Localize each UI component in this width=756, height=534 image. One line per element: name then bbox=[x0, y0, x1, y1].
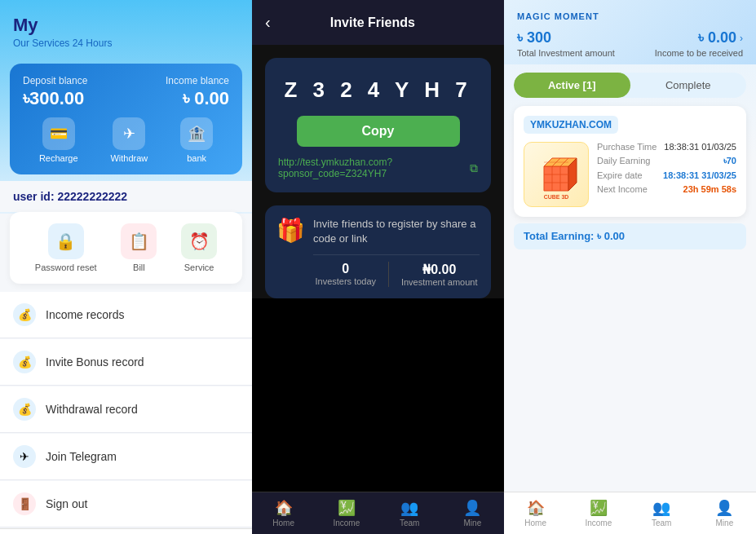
p2-team-label: Team bbox=[400, 519, 419, 527]
stats-row: 0 Investers today ₦0.00 Investment amoun… bbox=[313, 254, 480, 287]
panel-magic-moment: MAGIC MOMENT ৳ 300 Total Investment amou… bbox=[504, 0, 756, 534]
p2-team-icon: 👥 bbox=[400, 499, 418, 517]
product-card: YMKUZHAN.COM bbox=[514, 106, 746, 217]
p2-nav-home[interactable]: 🏠 Home bbox=[263, 499, 304, 527]
panel2-header: ‹ Invite Friends bbox=[252, 0, 504, 45]
deposit-amount: ৳300.00 bbox=[23, 88, 87, 109]
service-icon: ⏰ bbox=[181, 223, 217, 259]
income-label: Income blance bbox=[166, 75, 229, 86]
complete-tab[interactable]: Complete bbox=[630, 73, 747, 98]
invite-bonus-item[interactable]: 💰 Invite Bonus record bbox=[0, 339, 252, 386]
telegram-icon: ✈ bbox=[13, 445, 36, 468]
p2-nav-mine[interactable]: 👤 Mine bbox=[452, 499, 493, 527]
daily-earning-value: ৳70 bbox=[723, 156, 736, 166]
svg-text:CUBE 3D: CUBE 3D bbox=[544, 194, 569, 200]
tabs-row: Active [1] Complete bbox=[514, 73, 746, 98]
panel3-bottom-nav: 🏠 Home 💹 Income 👥 Team 👤 Mine bbox=[504, 492, 756, 534]
investors-label: Investers today bbox=[315, 276, 376, 286]
panel2-bottom-nav: 🏠 Home 💹 Income 👥 Team 👤 Mine bbox=[252, 492, 504, 534]
back-button[interactable]: ‹ bbox=[265, 13, 271, 32]
bill-button[interactable]: 📋 Bill bbox=[121, 223, 157, 272]
panel3-bottom bbox=[504, 249, 756, 492]
signout-item[interactable]: 🚪 Sign out bbox=[0, 481, 252, 527]
bank-icon: 🏦 bbox=[180, 117, 213, 150]
page-title: My bbox=[13, 15, 239, 36]
user-id-text: user id: 22222222222 bbox=[13, 190, 127, 203]
service-button[interactable]: ⏰ Service bbox=[181, 223, 217, 272]
daily-earning-label: Daily Earning bbox=[597, 156, 650, 166]
p2-home-label: Home bbox=[272, 519, 294, 527]
panel1-header: My Our Services 24 Hours bbox=[0, 0, 252, 57]
password-reset-label: Password reset bbox=[35, 263, 97, 272]
telegram-item[interactable]: ✈ Join Telegram bbox=[0, 434, 252, 480]
withdraw-button[interactable]: ✈ Withdraw bbox=[110, 117, 148, 163]
income-records-item[interactable]: 💰 Income records bbox=[0, 292, 252, 338]
product-details: Purchase Time 18:38:31 01/03/25 Daily Ea… bbox=[597, 142, 736, 207]
bill-label: Bill bbox=[133, 263, 145, 272]
income-records-label: Income records bbox=[46, 308, 124, 321]
service-label: Service bbox=[184, 263, 214, 272]
invite-link: http://test.ymkuzhan.com?sponsor_code=Z3… bbox=[278, 157, 465, 179]
p2-income-icon: 💹 bbox=[338, 499, 356, 517]
product-image: CUBE 3D bbox=[524, 142, 589, 207]
investment-value: ₦0.00 bbox=[401, 262, 478, 277]
gift-icon: 🎁 bbox=[276, 217, 305, 244]
withdraw-icon: ✈ bbox=[113, 117, 145, 150]
next-income-row: Next Income 23h 59m 58s bbox=[597, 184, 736, 194]
signout-label: Sign out bbox=[46, 497, 87, 510]
p2-home-icon: 🏠 bbox=[275, 499, 293, 517]
p3-home-icon: 🏠 bbox=[527, 499, 545, 517]
p2-nav-team[interactable]: 👥 Team bbox=[389, 499, 430, 527]
panel-my: My Our Services 24 Hours Deposit blance … bbox=[0, 0, 252, 534]
p3-nav-home[interactable]: 🏠 Home bbox=[515, 499, 556, 527]
recharge-icon: 💳 bbox=[42, 117, 75, 150]
p2-mine-icon: 👤 bbox=[463, 499, 481, 517]
telegram-label: Join Telegram bbox=[46, 450, 117, 463]
invite-code-card: Z 3 2 4 Y H 7 Copy http://test.ymkuzhan.… bbox=[265, 58, 491, 192]
income-label-p3: Income to be received bbox=[655, 48, 743, 58]
password-reset-button[interactable]: 🔒 Password reset bbox=[35, 223, 97, 272]
arrow-right-icon: › bbox=[740, 33, 743, 44]
subtitle: Our Services 24 Hours bbox=[13, 38, 239, 49]
p2-mine-label: Mine bbox=[464, 519, 482, 527]
p3-nav-income[interactable]: 💹 Income bbox=[578, 499, 619, 527]
copy-button[interactable]: Copy bbox=[297, 116, 460, 147]
panel-invite-friends: ‹ Invite Friends Z 3 2 4 Y H 7 Copy http… bbox=[252, 0, 504, 534]
next-income-label: Next Income bbox=[597, 184, 648, 194]
p3-team-label: Team bbox=[652, 519, 671, 527]
bank-button[interactable]: 🏦 bank bbox=[180, 117, 213, 163]
recharge-button[interactable]: 💳 Recharge bbox=[39, 117, 78, 163]
password-reset-icon: 🔒 bbox=[48, 223, 84, 259]
invite-bonus-icon: 💰 bbox=[13, 351, 36, 373]
p2-nav-income[interactable]: 💹 Income bbox=[326, 499, 367, 527]
expire-date-value: 18:38:31 31/03/25 bbox=[663, 170, 736, 180]
bank-label: bank bbox=[187, 153, 206, 163]
income-col[interactable]: ৳ 0.00 › Income to be received bbox=[655, 29, 743, 58]
user-id-section: user id: 22222222222 bbox=[0, 181, 252, 212]
income-amount-p3: ৳ 0.00 bbox=[698, 29, 736, 46]
investors-value: 0 bbox=[315, 262, 376, 276]
active-tab[interactable]: Active [1] bbox=[514, 73, 630, 98]
total-investment-label: Total Investment amount bbox=[517, 48, 615, 58]
withdrawal-record-item[interactable]: 💰 Withdrawal record bbox=[0, 386, 252, 433]
daily-earning-row: Daily Earning ৳70 bbox=[597, 156, 736, 166]
invite-desc: Invite friends to register by share a co… bbox=[313, 217, 480, 246]
purchase-time-row: Purchase Time 18:38:31 01/03/25 bbox=[597, 142, 736, 152]
magic-moment-label: MAGIC MOMENT bbox=[517, 11, 743, 21]
withdraw-label: Withdraw bbox=[110, 153, 148, 163]
next-income-value: 23h 59m 58s bbox=[683, 184, 736, 194]
total-earning: Total Earning: ৳ 0.00 bbox=[514, 223, 746, 249]
purchase-time-value: 18:38:31 01/03/25 bbox=[664, 142, 736, 152]
p3-nav-mine[interactable]: 👤 Mine bbox=[704, 499, 745, 527]
expire-date-label: Expire date bbox=[597, 170, 643, 180]
p2-income-label: Income bbox=[333, 519, 360, 527]
product-content: CUBE 3D Purchase Time 18:38:31 01/03/25 … bbox=[524, 142, 736, 207]
investment-row: ৳ 300 Total Investment amount ৳ 0.00 › I… bbox=[517, 29, 743, 58]
p3-mine-label: Mine bbox=[716, 519, 734, 527]
invite-code: Z 3 2 4 Y H 7 bbox=[284, 77, 471, 103]
purchase-time-label: Purchase Time bbox=[597, 142, 657, 152]
investment-stat: ₦0.00 Investment amount bbox=[401, 262, 478, 287]
copy-link-icon[interactable]: ⧉ bbox=[470, 161, 478, 175]
p3-nav-team[interactable]: 👥 Team bbox=[641, 499, 682, 527]
expire-date-row: Expire date 18:38:31 31/03/25 bbox=[597, 170, 736, 180]
